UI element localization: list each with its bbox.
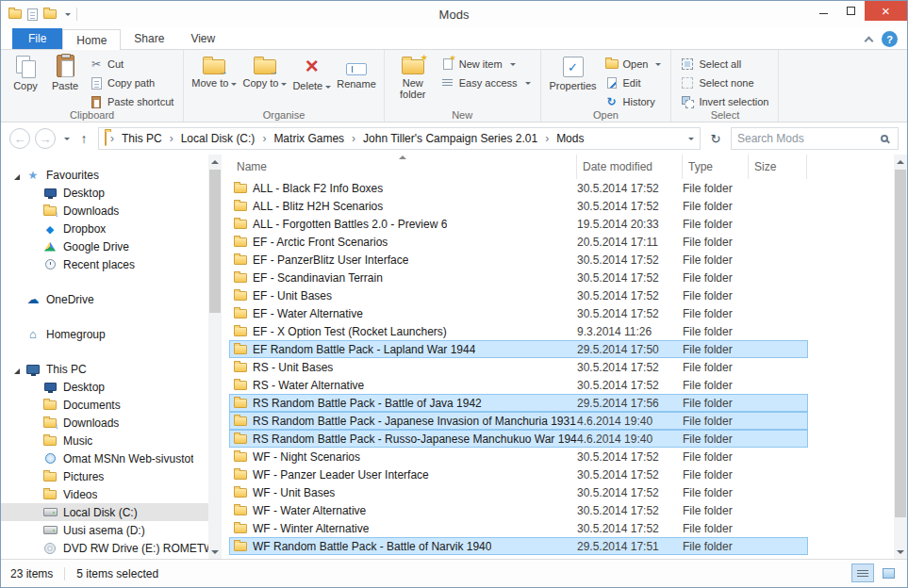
- file-row-ef-panzerblitz-user-interface[interactable]: EF - PanzerBlitz User Interface30.5.2014…: [229, 251, 808, 269]
- properties-button[interactable]: Properties: [547, 53, 600, 91]
- refresh-button[interactable]: [705, 127, 726, 150]
- minimize-ribbon-icon[interactable]: [865, 36, 874, 45]
- address-box[interactable]: This PCLocal Disk (C:)Matrix GamesJohn T…: [98, 127, 701, 150]
- breadcrumb-item-john-tiller-s-campaign-series-2-01[interactable]: John Tiller's Campaign Series 2.01: [357, 132, 543, 145]
- sidebar-item-videos[interactable]: Videos: [1, 485, 208, 503]
- file-row-rs-random-battle-pack-japanese-invasion-of-manchuria-1931[interactable]: RS Random Battle Pack - Japanese Invasio…: [229, 412, 808, 430]
- breadcrumb-chevron-icon[interactable]: [543, 132, 551, 145]
- column-header-name[interactable]: Name: [229, 155, 577, 179]
- thumbnails-view-button[interactable]: [877, 564, 900, 582]
- open-button[interactable]: Open: [602, 55, 666, 74]
- recent-locations-dropdown-icon[interactable]: [64, 138, 70, 140]
- qat-properties-icon[interactable]: [27, 8, 38, 21]
- easy-access-button[interactable]: Easy access: [437, 74, 535, 92]
- column-header-date-modified[interactable]: Date modified: [577, 155, 683, 179]
- scrollbar-thumb[interactable]: [895, 170, 906, 517]
- file-row-all-blitz-h2h-scenarios[interactable]: ALL - Blitz H2H Scenarios30.5.2014 17:52…: [229, 197, 808, 215]
- file-tab[interactable]: File: [12, 28, 62, 49]
- collapse-twisty-icon[interactable]: [14, 174, 20, 180]
- file-row-wf-winter-alternative[interactable]: WF - Winter Alternative30.5.2014 17:52Fi…: [229, 519, 808, 537]
- scroll-up-icon[interactable]: [208, 155, 222, 169]
- paste-button[interactable]: Paste: [46, 53, 84, 91]
- sidebar-item-dropbox[interactable]: Dropbox: [1, 220, 208, 237]
- file-row-wf-water-alternative[interactable]: WF - Water Alternative30.5.2014 17:52Fil…: [229, 501, 808, 519]
- file-row-rs-random-battle-pack-russo-japanese-manchukuo-war-1945[interactable]: RS Random Battle Pack - Russo-Japanese M…: [229, 430, 808, 448]
- breadcrumb-item-this-pc[interactable]: This PC: [116, 132, 168, 145]
- move-to-button[interactable]: Move to: [190, 53, 239, 89]
- sidebar-item-dvd-rw-drive-e-rometwgold[interactable]: DVD RW Drive (E:) ROMETWGOLD: [1, 539, 208, 557]
- qat-new-folder-icon[interactable]: [43, 9, 57, 19]
- file-row-wf-panzer-leader-user-interface[interactable]: WF - Panzer Leader User Interface30.5.20…: [229, 466, 808, 483]
- sidebar-item-downloads[interactable]: Downloads: [1, 414, 208, 432]
- file-row-all-forgotten-battles-2-0-preview-6[interactable]: ALL - Forgotten Battles 2.0 - Preview 61…: [229, 215, 808, 233]
- copy-path-button[interactable]: Copy path: [86, 74, 177, 92]
- file-list-scrollbar[interactable]: [894, 155, 907, 559]
- qat-dropdown-icon[interactable]: [65, 13, 71, 16]
- select-none-button[interactable]: Select none: [677, 74, 772, 92]
- select-all-button[interactable]: Select all: [677, 55, 772, 74]
- file-row-ef-arctic-front-scenarios[interactable]: EF - Arctic Front Scenarios20.5.2014 17:…: [229, 233, 808, 251]
- sidebar-item-desktop[interactable]: Desktop: [1, 378, 208, 396]
- search-icon[interactable]: [881, 135, 888, 142]
- paste-shortcut-button[interactable]: Paste shortcut: [86, 92, 177, 111]
- sidebar-item-uusi-asema-d[interactable]: Uusi asema (D:): [1, 521, 208, 539]
- sidebar-item-pictures[interactable]: Pictures: [1, 467, 208, 485]
- file-row-ef-scandinavian-terrain[interactable]: EF - Scandinavian Terrain30.5.2014 17:52…: [229, 269, 808, 286]
- file-row-ef-unit-bases[interactable]: EF - Unit Bases30.5.2014 17:52File folde…: [229, 286, 808, 304]
- sidebar-scrollbar[interactable]: [208, 155, 222, 559]
- file-row-wf-unit-bases[interactable]: WF - Unit Bases30.5.2014 17:52File folde…: [229, 483, 808, 501]
- copy-button[interactable]: Copy: [7, 53, 44, 91]
- file-row-ef-x-option-test-rocket-launchers[interactable]: EF - X Option Test (Rocket Launchers)9.3…: [229, 322, 808, 340]
- column-header-size[interactable]: Size: [749, 155, 807, 179]
- file-row-wf-night-scenarios[interactable]: WF - Night Scenarios30.5.2014 17:52File …: [229, 448, 808, 466]
- tab-view[interactable]: View: [177, 28, 228, 49]
- delete-button[interactable]: Delete: [290, 53, 333, 91]
- forward-button[interactable]: [35, 128, 56, 149]
- address-dropdown-icon[interactable]: [688, 138, 694, 140]
- sidebar-item-google-drive[interactable]: Google Drive: [1, 237, 208, 255]
- sidebar-item-downloads[interactable]: Downloads: [1, 202, 208, 220]
- breadcrumb-item-local-disk-c[interactable]: Local Disk (C:): [175, 132, 261, 145]
- sidebar-item-this-pc[interactable]: This PC: [1, 360, 208, 378]
- cut-button[interactable]: Cut: [86, 55, 177, 74]
- back-button[interactable]: [9, 128, 30, 149]
- sidebar-item-documents[interactable]: Documents: [1, 396, 208, 414]
- sidebar-item-local-disk-c[interactable]: Local Disk (C:): [1, 503, 208, 521]
- file-row-rs-unit-bases[interactable]: RS - Unit Bases30.5.2014 17:52File folde…: [229, 358, 808, 376]
- scroll-up-icon[interactable]: [894, 155, 907, 169]
- maximize-button[interactable]: [837, 1, 865, 21]
- breadcrumb-chevron-icon[interactable]: [260, 132, 268, 145]
- file-row-ef-water-alternative[interactable]: EF - Water Alternative30.5.2014 17:52Fil…: [229, 304, 808, 322]
- breadcrumb-item-matrix-games[interactable]: Matrix Games: [268, 132, 350, 145]
- details-view-button[interactable]: [851, 564, 874, 582]
- sidebar-item-homegroup[interactable]: Homegroup: [1, 325, 208, 343]
- sidebar-item-omat-msnn-web-sivustot[interactable]: Omat MSNn Web-sivustot: [1, 449, 208, 467]
- file-row-all-black-f2-info-boxes[interactable]: ALL - Black F2 Info Boxes30.5.2014 17:52…: [229, 179, 808, 197]
- scrollbar-thumb[interactable]: [209, 170, 221, 313]
- file-row-rs-random-battle-pack-battle-of-java-1942[interactable]: RS Random Battle Pack - Battle of Java 1…: [229, 394, 808, 412]
- sidebar-item-recent-places[interactable]: Recent places: [1, 255, 208, 273]
- scroll-down-icon[interactable]: [208, 545, 222, 559]
- breadcrumb-item-mods[interactable]: Mods: [551, 132, 589, 145]
- rename-button[interactable]: Rename: [335, 53, 378, 90]
- breadcrumb-chevron-icon[interactable]: [168, 132, 175, 145]
- new-folder-button[interactable]: New folder: [390, 53, 436, 100]
- close-button[interactable]: [865, 1, 907, 21]
- column-header-type[interactable]: Type: [683, 155, 749, 179]
- sidebar-item-favourites[interactable]: Favourites: [1, 166, 208, 184]
- breadcrumb-chevron-icon[interactable]: [108, 132, 116, 145]
- new-item-button[interactable]: New item: [437, 55, 535, 74]
- breadcrumb-chevron-icon[interactable]: [350, 132, 357, 145]
- file-row-wf-random-battle-pack-battle-of-narvik-1940[interactable]: WF Random Battle Pack - Battle of Narvik…: [229, 537, 808, 555]
- search-input[interactable]: [732, 132, 881, 145]
- file-row-ef-random-battle-pack-lapland-war-1944[interactable]: EF Random Battle Pack - Lapland War 1944…: [229, 340, 808, 358]
- collapse-twisty-icon[interactable]: [14, 368, 20, 374]
- minimize-button[interactable]: [810, 1, 837, 21]
- tab-share[interactable]: Share: [121, 28, 177, 49]
- sidebar-item-desktop[interactable]: Desktop: [1, 184, 208, 202]
- edit-button[interactable]: Edit: [602, 74, 666, 92]
- copy-to-button[interactable]: Copy to: [240, 53, 289, 89]
- sidebar-item-onedrive[interactable]: OneDrive: [1, 290, 208, 308]
- file-row-rs-water-alternative[interactable]: RS - Water Alternative30.5.2014 17:52Fil…: [229, 376, 808, 394]
- tab-home[interactable]: Home: [62, 29, 121, 50]
